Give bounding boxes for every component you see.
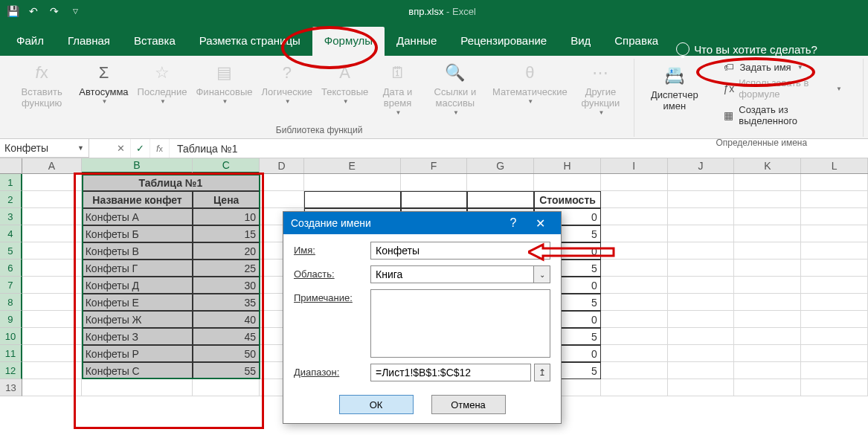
ok-button[interactable]: ОК bbox=[339, 395, 414, 414]
cell[interactable]: 10 bbox=[193, 208, 260, 225]
save-icon[interactable]: 💾 bbox=[6, 4, 19, 18]
cell[interactable]: Конфеты А bbox=[82, 208, 193, 225]
tab-data[interactable]: Данные bbox=[385, 27, 449, 56]
cell[interactable] bbox=[22, 379, 82, 396]
cell[interactable]: Конфеты Ж bbox=[82, 311, 193, 328]
insert-function-button[interactable]: fx Вставить функцию bbox=[10, 59, 73, 111]
cell[interactable]: Цена bbox=[193, 191, 260, 208]
cell[interactable] bbox=[801, 191, 868, 208]
logical-button[interactable]: ? Логические▼ bbox=[259, 59, 315, 106]
cell[interactable] bbox=[668, 379, 735, 396]
cell[interactable]: Конфеты С bbox=[82, 362, 193, 379]
col-header[interactable]: D bbox=[260, 158, 304, 173]
cell[interactable] bbox=[801, 277, 868, 294]
name-manager-button[interactable]: 📇 Диспетчер имен bbox=[640, 59, 708, 114]
cell[interactable] bbox=[801, 225, 868, 242]
cell[interactable] bbox=[601, 174, 668, 191]
cell[interactable]: 35 bbox=[193, 294, 260, 311]
tell-me-search[interactable]: Что вы хотите сделать? bbox=[676, 42, 817, 56]
cell[interactable]: Конфеты Р bbox=[82, 345, 193, 362]
cell[interactable] bbox=[734, 225, 801, 242]
cell[interactable] bbox=[601, 260, 668, 277]
cell[interactable]: Название конфет bbox=[82, 191, 193, 208]
create-from-selection-button[interactable]: ▦ Создать из выделенного bbox=[716, 102, 849, 129]
cell[interactable]: Конфеты З bbox=[82, 328, 193, 345]
cell[interactable] bbox=[801, 174, 868, 191]
cell[interactable] bbox=[734, 242, 801, 260]
col-header[interactable]: H bbox=[534, 158, 601, 173]
cell[interactable]: 15 bbox=[193, 225, 260, 242]
tab-pagelayout[interactable]: Разметка страницы bbox=[187, 27, 312, 56]
row-header[interactable]: 2 bbox=[0, 191, 22, 208]
cell[interactable] bbox=[304, 191, 401, 208]
tab-review[interactable]: Рецензирование bbox=[449, 27, 559, 56]
cell[interactable] bbox=[801, 311, 868, 328]
tab-help[interactable]: Справка bbox=[602, 27, 670, 56]
cell[interactable]: 30 bbox=[193, 277, 260, 294]
cell[interactable] bbox=[22, 311, 82, 328]
cell[interactable] bbox=[601, 242, 668, 260]
name-input[interactable] bbox=[370, 242, 550, 260]
col-header[interactable]: E bbox=[304, 158, 401, 173]
cell[interactable] bbox=[601, 294, 668, 311]
cell[interactable] bbox=[601, 191, 668, 208]
tab-view[interactable]: Вид bbox=[559, 27, 602, 56]
col-header[interactable]: F bbox=[401, 158, 468, 173]
cell[interactable] bbox=[668, 260, 735, 277]
row-header[interactable]: 6 bbox=[0, 260, 22, 277]
row-header[interactable]: 9 bbox=[0, 311, 22, 328]
col-header[interactable]: I bbox=[601, 158, 668, 173]
cell[interactable] bbox=[801, 260, 868, 277]
cell[interactable] bbox=[22, 328, 82, 345]
cell[interactable] bbox=[801, 294, 868, 311]
row-header[interactable]: 10 bbox=[0, 328, 22, 345]
qat-customize-icon[interactable]: ▽ bbox=[68, 4, 82, 18]
cell[interactable] bbox=[601, 311, 668, 328]
row-header[interactable]: 4 bbox=[0, 225, 22, 242]
row-header[interactable]: 13 bbox=[0, 379, 22, 396]
cell[interactable]: 40 bbox=[193, 311, 260, 328]
row-header[interactable]: 11 bbox=[0, 345, 22, 362]
cell[interactable] bbox=[22, 260, 82, 277]
cell[interactable]: 45 bbox=[193, 328, 260, 345]
cell[interactable]: Стоимость bbox=[534, 191, 601, 208]
chevron-down-icon[interactable]: ⌄ bbox=[534, 265, 550, 283]
cell[interactable] bbox=[734, 379, 801, 396]
datetime-button[interactable]: 🗓 Дата и время▼ bbox=[374, 59, 420, 117]
cell[interactable] bbox=[601, 362, 668, 379]
col-header[interactable]: G bbox=[467, 158, 534, 173]
cell[interactable] bbox=[668, 242, 735, 260]
col-header[interactable]: A bbox=[22, 158, 82, 173]
cell[interactable]: Конфеты В bbox=[82, 242, 193, 260]
cell[interactable] bbox=[22, 174, 82, 191]
cell[interactable] bbox=[801, 208, 868, 225]
cell[interactable] bbox=[668, 328, 735, 345]
tab-formulas[interactable]: Формулы bbox=[312, 27, 385, 56]
cell[interactable] bbox=[734, 311, 801, 328]
cell[interactable] bbox=[601, 225, 668, 242]
cell[interactable] bbox=[801, 362, 868, 379]
cell[interactable] bbox=[801, 345, 868, 362]
col-header[interactable]: B bbox=[82, 158, 193, 173]
cell[interactable] bbox=[668, 174, 735, 191]
cell[interactable] bbox=[668, 225, 735, 242]
collapse-dialog-icon[interactable]: ↥ bbox=[534, 364, 550, 381]
row-header[interactable]: 12 bbox=[0, 362, 22, 379]
define-name-button[interactable]: 🏷 Задать имя ▼ bbox=[716, 59, 849, 75]
cell[interactable]: Таблица №1 bbox=[82, 174, 260, 191]
fx-button[interactable]: fx bbox=[150, 139, 170, 158]
cell[interactable] bbox=[734, 208, 801, 225]
cell[interactable] bbox=[401, 191, 468, 208]
cell[interactable] bbox=[734, 328, 801, 345]
cell[interactable] bbox=[22, 208, 82, 225]
cell[interactable] bbox=[22, 225, 82, 242]
col-header[interactable]: K bbox=[734, 158, 801, 173]
cell[interactable] bbox=[22, 362, 82, 379]
cell[interactable] bbox=[260, 174, 304, 191]
cell[interactable] bbox=[668, 362, 735, 379]
cell[interactable] bbox=[601, 328, 668, 345]
cell[interactable] bbox=[668, 277, 735, 294]
cell[interactable] bbox=[601, 208, 668, 225]
cell[interactable] bbox=[22, 277, 82, 294]
cell[interactable] bbox=[82, 379, 193, 396]
